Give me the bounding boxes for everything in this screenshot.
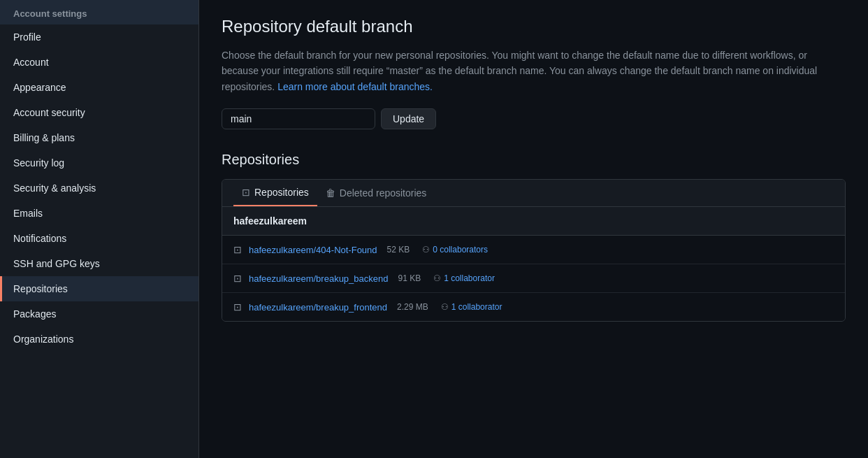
repo-collab-3: ⚇ 1 collaborator (441, 302, 502, 312)
main-content: Repository default branch Choose the def… (199, 0, 868, 458)
repo-collab-2: ⚇ 1 collaborator (433, 273, 495, 283)
repo-icon-2: ⊡ (233, 273, 242, 284)
sidebar-item-repositories[interactable]: Repositories (0, 276, 198, 301)
collab-icon-1: ⚇ (422, 245, 430, 255)
update-button[interactable]: Update (381, 108, 436, 129)
repositories-section-title: Repositories (222, 152, 846, 168)
sidebar-item-organizations[interactable]: Organizations (0, 327, 198, 352)
tab-repositories-label: Repositories (254, 187, 309, 198)
sidebar-item-appearance[interactable]: Appearance (0, 75, 198, 100)
collab-label-2: 1 collaborator (444, 273, 495, 283)
trash-icon: 🗑 (326, 187, 335, 199)
sidebar-item-security-log[interactable]: Security log (0, 150, 198, 176)
repo-link-2[interactable]: hafeezulkareem/breakup_backend (249, 273, 388, 284)
repo-link-1[interactable]: hafeezulkareem/404-Not-Found (249, 245, 377, 255)
branch-name-input[interactable] (222, 108, 375, 129)
repo-icon-1: ⊡ (233, 244, 242, 255)
repo-link-3[interactable]: hafeezulkareem/breakup_frontend (249, 302, 387, 313)
collab-icon-3: ⚇ (441, 302, 449, 312)
learn-more-link[interactable]: Learn more about default branches. (277, 81, 433, 92)
repo-size-2: 91 KB (398, 273, 421, 283)
sidebar-item-billing[interactable]: Billing & plans (0, 125, 198, 150)
sidebar-item-ssh-gpg[interactable]: SSH and GPG keys (0, 251, 198, 276)
sidebar-item-profile[interactable]: Profile (0, 24, 198, 50)
repo-icon-3: ⊡ (233, 301, 242, 313)
repo-size-1: 52 KB (387, 245, 410, 255)
description-text: Choose the default branch for your new p… (222, 48, 846, 94)
collab-label-1: 0 collaborators (433, 245, 488, 255)
repos-tabs: ⊡ Repositories 🗑 Deleted repositories (222, 180, 845, 207)
repo-size-3: 2.29 MB (397, 302, 428, 312)
sidebar-item-account-security[interactable]: Account security (0, 100, 198, 125)
repos-container: ⊡ Repositories 🗑 Deleted repositories ha… (222, 179, 846, 322)
repo-collab-1: ⚇ 0 collaborators (422, 245, 488, 255)
page-title: Repository default branch (222, 17, 846, 36)
collab-icon-2: ⚇ (433, 273, 441, 283)
sidebar-item-packages[interactable]: Packages (0, 301, 198, 327)
repo-owner-header: hafeezulkareem (222, 207, 845, 236)
collab-label-3: 1 collaborator (451, 302, 502, 312)
sidebar-item-account[interactable]: Account (0, 50, 198, 75)
tab-deleted-repositories[interactable]: 🗑 Deleted repositories (317, 180, 435, 206)
sidebar: Account settings Profile Account Appeara… (0, 0, 199, 458)
tab-repositories[interactable]: ⊡ Repositories (233, 180, 317, 206)
repo-tab-icon: ⊡ (242, 187, 250, 198)
branch-input-row: Update (222, 108, 846, 129)
tab-deleted-label: Deleted repositories (340, 187, 427, 199)
sidebar-header: Account settings (0, 0, 198, 24)
table-row: ⊡ hafeezulkareem/404-Not-Found 52 KB ⚇ 0… (222, 236, 845, 264)
table-row: ⊡ hafeezulkareem/breakup_backend 91 KB ⚇… (222, 264, 845, 293)
sidebar-item-notifications[interactable]: Notifications (0, 226, 198, 251)
sidebar-item-emails[interactable]: Emails (0, 201, 198, 226)
sidebar-item-security-analysis[interactable]: Security & analysis (0, 176, 198, 201)
table-row: ⊡ hafeezulkareem/breakup_frontend 2.29 M… (222, 293, 845, 321)
